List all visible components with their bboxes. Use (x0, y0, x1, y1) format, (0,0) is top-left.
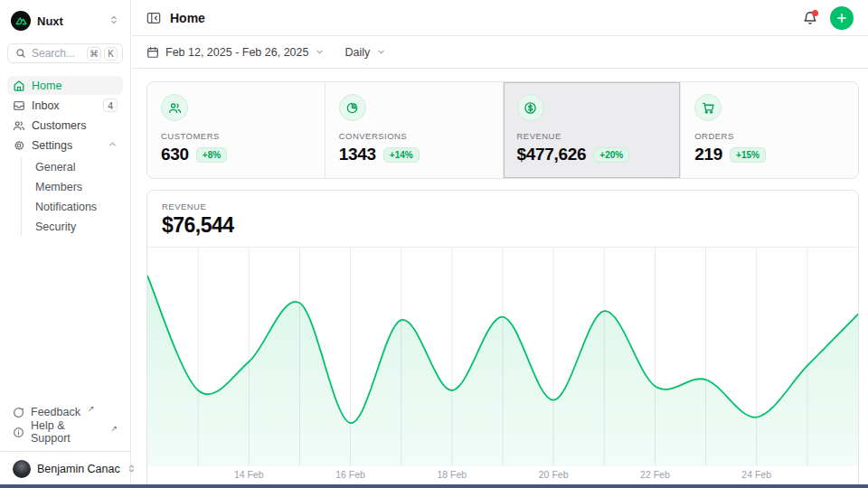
dollar-icon (517, 94, 544, 121)
chevron-updown-icon (108, 13, 119, 29)
stat-value: 1343 (339, 145, 376, 164)
chart-metric-label: REVENUE (162, 202, 844, 211)
date-range-picker[interactable]: Feb 12, 2025 - Feb 26, 2025 (146, 46, 325, 59)
revenue-chart-svg (147, 248, 858, 466)
external-link-icon: ↗ (88, 404, 95, 413)
pie-icon (339, 94, 366, 121)
x-axis-tick-label: 22 Feb (627, 469, 682, 480)
settings-submenu: General Members Notifications Security (21, 157, 123, 236)
date-range-value: Feb 12, 2025 - Feb 26, 2025 (165, 46, 308, 59)
bottom-edge-strip (0, 484, 868, 488)
sidebar-item-customers[interactable]: Customers (7, 116, 123, 135)
content-area: CUSTOMERS 630 +8% CONVERSIONS 1343 +14% (132, 70, 868, 488)
stats-row: CUSTOMERS 630 +8% CONVERSIONS 1343 +14% (146, 81, 859, 179)
chevron-down-icon (315, 47, 325, 57)
filters-toolbar: Feb 12, 2025 - Feb 26, 2025 Daily (132, 36, 868, 69)
stat-label: ORDERS (694, 131, 844, 141)
users-icon (13, 119, 25, 132)
user-menu[interactable]: Benjamin Canac (7, 457, 123, 481)
notifications-button[interactable] (803, 11, 817, 25)
search-shortcut: ⌘K (87, 47, 118, 61)
dashboard-app: Nuxt Search... ⌘K Home (0, 0, 868, 488)
user-avatar (13, 460, 31, 478)
stat-delta-badge: +14% (383, 147, 420, 163)
workspace-switcher[interactable]: Nuxt (7, 9, 123, 33)
sidebar-item-label: Settings (32, 139, 101, 152)
help-support-link[interactable]: Help & Support ↗ (7, 422, 123, 442)
calendar-icon (146, 46, 159, 59)
sidebar-item-inbox[interactable]: Inbox 4 (7, 96, 123, 115)
revenue-chart-card: REVENUE $76,544 14 Feb16 Feb18 Feb20 Feb… (146, 190, 859, 488)
x-axis-tick-label: 20 Feb (526, 469, 580, 480)
sidebar-item-label: Customers (32, 119, 118, 132)
user-name: Benjamin Canac (37, 463, 120, 475)
cart-icon (694, 94, 722, 121)
stat-card-revenue[interactable]: REVENUE $477,626 +20% (503, 82, 681, 178)
sidebar-item-members[interactable]: Members (32, 177, 123, 196)
kbd-cmd: ⌘ (87, 47, 101, 61)
chart-header: REVENUE $76,544 (147, 191, 858, 248)
sidebar-footer: Feedback ↗ Help & Support ↗ (7, 402, 123, 442)
sidebar-collapse-button[interactable] (146, 11, 161, 25)
chart-x-axis: 14 Feb16 Feb18 Feb20 Feb22 Feb24 Feb (147, 466, 858, 484)
sidebar-item-general[interactable]: General (32, 157, 123, 176)
stat-label: CUSTOMERS (161, 131, 311, 141)
users-icon (161, 94, 188, 121)
external-link-icon: ↗ (110, 424, 118, 433)
feedback-label: Feedback (31, 406, 80, 418)
x-axis-tick-label: 14 Feb (222, 469, 276, 480)
chevron-up-icon (108, 139, 118, 152)
stat-value: 219 (694, 145, 722, 164)
main-area: Home Feb 12, 2025 - Feb 26, 2025 (132, 0, 868, 488)
sidebar-item-label: Home (32, 80, 118, 92)
sidebar-nav: Home Inbox 4 Customers Settings (7, 76, 123, 237)
sidebar-item-notifications[interactable]: Notifications (32, 197, 123, 216)
sidebar: Nuxt Search... ⌘K Home (0, 0, 131, 488)
stat-card-customers[interactable]: CUSTOMERS 630 +8% (147, 82, 325, 178)
stat-label: REVENUE (517, 131, 667, 141)
home-icon (13, 80, 25, 92)
sidebar-spacer (0, 237, 130, 402)
top-header: Home (132, 0, 868, 36)
stat-value: $477,626 (517, 145, 587, 164)
granularity-select[interactable]: Daily (344, 46, 386, 59)
stat-delta-badge: +15% (730, 147, 766, 163)
nuxt-logo-icon (11, 11, 31, 31)
x-axis-tick-label: 24 Feb (730, 469, 784, 480)
chart-plot-area[interactable] (147, 248, 858, 466)
sidebar-item-label: Inbox (32, 99, 97, 112)
stat-card-conversions[interactable]: CONVERSIONS 1343 +14% (325, 82, 503, 178)
sidebar-item-security[interactable]: Security (32, 217, 123, 236)
chart-metric-value: $76,544 (162, 213, 844, 238)
granularity-value: Daily (344, 46, 370, 59)
stat-delta-badge: +20% (593, 147, 629, 163)
sidebar-divider (0, 451, 130, 452)
add-button[interactable] (830, 6, 854, 30)
kbd-k: K (104, 47, 118, 61)
stat-card-orders[interactable]: ORDERS 219 +15% (680, 82, 858, 178)
page-title: Home (170, 11, 205, 25)
stat-value: 630 (161, 145, 189, 164)
workspace-name: Nuxt (37, 14, 102, 28)
help-support-label: Help & Support (31, 419, 103, 445)
x-axis-tick-label: 16 Feb (324, 469, 378, 480)
search-placeholder: Search... (32, 47, 81, 60)
notification-dot (812, 10, 818, 16)
sidebar-item-home[interactable]: Home (7, 76, 123, 95)
stat-delta-badge: +8% (196, 147, 227, 163)
x-axis-tick-label: 18 Feb (425, 469, 479, 480)
search-input[interactable]: Search... ⌘K (7, 43, 123, 63)
header-actions (803, 6, 854, 30)
chat-bubble-icon (13, 407, 24, 418)
gear-icon (13, 139, 25, 152)
chevron-down-icon (376, 47, 386, 57)
inbox-icon (13, 99, 25, 112)
inbox-count-badge: 4 (103, 99, 118, 112)
info-circle-icon (13, 427, 24, 438)
sidebar-item-settings[interactable]: Settings (7, 136, 123, 155)
stat-label: CONVERSIONS (339, 131, 489, 141)
search-icon (15, 48, 26, 59)
